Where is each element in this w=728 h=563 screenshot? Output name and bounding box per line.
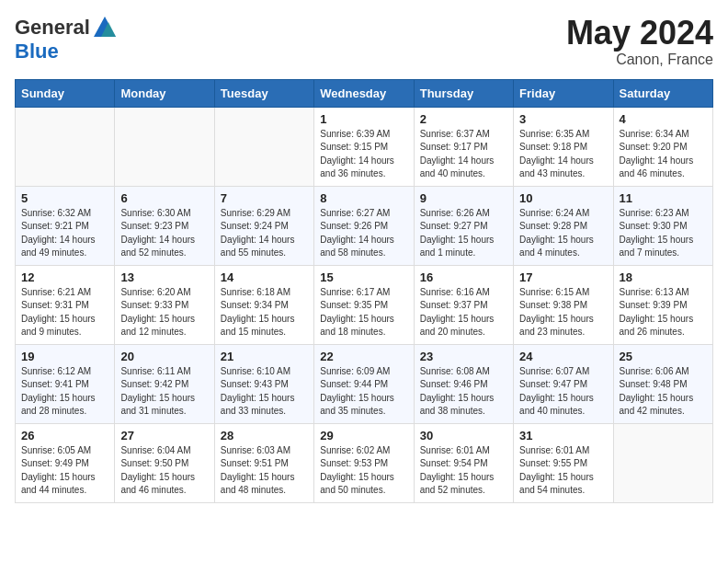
calendar-cell: 6Sunrise: 6:30 AM Sunset: 9:23 PM Daylig… xyxy=(115,186,214,265)
day-number: 1 xyxy=(320,112,407,126)
calendar-cell: 24Sunrise: 6:07 AM Sunset: 9:47 PM Dayli… xyxy=(514,344,613,423)
day-info: Sunrise: 6:37 AM Sunset: 9:17 PM Dayligh… xyxy=(420,128,507,181)
calendar-cell: 2Sunrise: 6:37 AM Sunset: 9:17 PM Daylig… xyxy=(414,107,513,186)
day-number: 9 xyxy=(420,191,507,205)
day-number: 24 xyxy=(519,350,607,363)
day-info: Sunrise: 6:20 AM Sunset: 9:33 PM Dayligh… xyxy=(120,286,208,339)
day-info: Sunrise: 6:17 AM Sunset: 9:35 PM Dayligh… xyxy=(320,286,407,339)
calendar-cell: 31Sunrise: 6:01 AM Sunset: 9:55 PM Dayli… xyxy=(514,423,613,502)
calendar-week-4: 19Sunrise: 6:12 AM Sunset: 9:41 PM Dayli… xyxy=(16,344,713,423)
calendar-cell: 20Sunrise: 6:11 AM Sunset: 9:42 PM Dayli… xyxy=(115,344,214,423)
day-number: 6 xyxy=(120,191,208,205)
day-info: Sunrise: 6:24 AM Sunset: 9:28 PM Dayligh… xyxy=(519,207,607,260)
title-area: May 2024 Canon, France xyxy=(566,15,713,68)
calendar-week-3: 12Sunrise: 6:21 AM Sunset: 9:31 PM Dayli… xyxy=(16,265,713,344)
day-info: Sunrise: 6:23 AM Sunset: 9:30 PM Dayligh… xyxy=(620,207,707,260)
calendar-cell xyxy=(214,107,313,186)
day-number: 31 xyxy=(519,429,607,442)
day-number: 7 xyxy=(221,191,308,205)
calendar-cell: 25Sunrise: 6:06 AM Sunset: 9:48 PM Dayli… xyxy=(613,344,712,423)
day-number: 12 xyxy=(21,270,108,284)
calendar-week-1: 1Sunrise: 6:39 AM Sunset: 9:15 PM Daylig… xyxy=(16,107,713,186)
day-number: 20 xyxy=(120,350,208,363)
day-number: 18 xyxy=(620,270,707,284)
day-number: 21 xyxy=(221,350,308,363)
calendar-cell: 7Sunrise: 6:29 AM Sunset: 9:24 PM Daylig… xyxy=(214,186,313,265)
day-info: Sunrise: 6:21 AM Sunset: 9:31 PM Dayligh… xyxy=(21,286,108,339)
day-info: Sunrise: 6:01 AM Sunset: 9:55 PM Dayligh… xyxy=(519,444,607,498)
day-number: 13 xyxy=(120,270,208,284)
day-number: 16 xyxy=(420,270,507,284)
calendar-cell: 15Sunrise: 6:17 AM Sunset: 9:35 PM Dayli… xyxy=(314,265,414,344)
day-number: 2 xyxy=(420,112,507,126)
calendar-cell: 1Sunrise: 6:39 AM Sunset: 9:15 PM Daylig… xyxy=(314,107,414,186)
day-info: Sunrise: 6:03 AM Sunset: 9:51 PM Dayligh… xyxy=(221,444,308,498)
day-info: Sunrise: 6:12 AM Sunset: 9:41 PM Dayligh… xyxy=(21,365,108,419)
weekday-header-wednesday: Wednesday xyxy=(314,79,414,107)
day-info: Sunrise: 6:05 AM Sunset: 9:49 PM Dayligh… xyxy=(21,444,108,498)
calendar-cell: 11Sunrise: 6:23 AM Sunset: 9:30 PM Dayli… xyxy=(613,186,712,265)
calendar-cell: 23Sunrise: 6:08 AM Sunset: 9:46 PM Dayli… xyxy=(414,344,513,423)
calendar-cell: 28Sunrise: 6:03 AM Sunset: 9:51 PM Dayli… xyxy=(214,423,313,502)
location-title: Canon, France xyxy=(566,52,713,68)
day-info: Sunrise: 6:09 AM Sunset: 9:44 PM Dayligh… xyxy=(320,365,407,419)
day-info: Sunrise: 6:04 AM Sunset: 9:50 PM Dayligh… xyxy=(120,444,208,498)
calendar-cell: 19Sunrise: 6:12 AM Sunset: 9:41 PM Dayli… xyxy=(16,344,115,423)
day-number: 28 xyxy=(221,429,308,442)
day-info: Sunrise: 6:15 AM Sunset: 9:38 PM Dayligh… xyxy=(519,286,607,339)
day-number: 19 xyxy=(21,350,108,363)
calendar-cell: 12Sunrise: 6:21 AM Sunset: 9:31 PM Dayli… xyxy=(16,265,115,344)
day-info: Sunrise: 6:02 AM Sunset: 9:53 PM Dayligh… xyxy=(320,444,407,498)
day-number: 26 xyxy=(21,429,108,442)
day-number: 11 xyxy=(620,191,707,205)
weekday-header-tuesday: Tuesday xyxy=(214,79,313,107)
calendar-cell: 3Sunrise: 6:35 AM Sunset: 9:18 PM Daylig… xyxy=(514,107,613,186)
day-number: 23 xyxy=(420,350,507,363)
day-info: Sunrise: 6:16 AM Sunset: 9:37 PM Dayligh… xyxy=(420,286,507,339)
day-info: Sunrise: 6:35 AM Sunset: 9:18 PM Dayligh… xyxy=(519,128,607,181)
day-info: Sunrise: 6:10 AM Sunset: 9:43 PM Dayligh… xyxy=(221,365,308,419)
day-info: Sunrise: 6:08 AM Sunset: 9:46 PM Dayligh… xyxy=(420,365,507,419)
weekday-header-friday: Friday xyxy=(514,79,613,107)
calendar-week-2: 5Sunrise: 6:32 AM Sunset: 9:21 PM Daylig… xyxy=(16,186,713,265)
day-info: Sunrise: 6:06 AM Sunset: 9:48 PM Dayligh… xyxy=(620,365,707,419)
day-info: Sunrise: 6:11 AM Sunset: 9:42 PM Dayligh… xyxy=(120,365,208,419)
day-number: 17 xyxy=(519,270,607,284)
calendar-cell: 13Sunrise: 6:20 AM Sunset: 9:33 PM Dayli… xyxy=(115,265,214,344)
calendar-cell: 29Sunrise: 6:02 AM Sunset: 9:53 PM Dayli… xyxy=(314,423,414,502)
calendar-cell: 21Sunrise: 6:10 AM Sunset: 9:43 PM Dayli… xyxy=(214,344,313,423)
day-number: 30 xyxy=(420,429,507,442)
calendar-cell: 17Sunrise: 6:15 AM Sunset: 9:38 PM Dayli… xyxy=(514,265,613,344)
day-info: Sunrise: 6:27 AM Sunset: 9:26 PM Dayligh… xyxy=(320,207,407,260)
weekday-header-saturday: Saturday xyxy=(613,79,712,107)
day-info: Sunrise: 6:39 AM Sunset: 9:15 PM Dayligh… xyxy=(320,128,407,181)
day-info: Sunrise: 6:07 AM Sunset: 9:47 PM Dayligh… xyxy=(519,365,607,419)
calendar-header-row: SundayMondayTuesdayWednesdayThursdayFrid… xyxy=(16,79,713,107)
calendar-table: SundayMondayTuesdayWednesdayThursdayFrid… xyxy=(15,79,713,503)
calendar-cell xyxy=(115,107,214,186)
calendar-cell: 5Sunrise: 6:32 AM Sunset: 9:21 PM Daylig… xyxy=(16,186,115,265)
day-number: 15 xyxy=(320,270,407,284)
day-number: 22 xyxy=(320,350,407,363)
day-number: 8 xyxy=(320,191,407,205)
day-number: 27 xyxy=(120,429,208,442)
calendar-cell: 8Sunrise: 6:27 AM Sunset: 9:26 PM Daylig… xyxy=(314,186,414,265)
month-title: May 2024 xyxy=(566,15,713,52)
calendar-cell: 30Sunrise: 6:01 AM Sunset: 9:54 PM Dayli… xyxy=(414,423,513,502)
calendar-cell: 10Sunrise: 6:24 AM Sunset: 9:28 PM Dayli… xyxy=(514,186,613,265)
logo-blue-text: Blue xyxy=(15,40,59,63)
day-number: 4 xyxy=(620,112,707,126)
day-number: 10 xyxy=(519,191,607,205)
day-info: Sunrise: 6:34 AM Sunset: 9:20 PM Dayligh… xyxy=(620,128,707,181)
calendar-cell: 16Sunrise: 6:16 AM Sunset: 9:37 PM Dayli… xyxy=(414,265,513,344)
calendar-cell: 26Sunrise: 6:05 AM Sunset: 9:49 PM Dayli… xyxy=(16,423,115,502)
calendar-cell: 27Sunrise: 6:04 AM Sunset: 9:50 PM Dayli… xyxy=(115,423,214,502)
day-number: 25 xyxy=(620,350,707,363)
calendar-cell xyxy=(16,107,115,186)
day-info: Sunrise: 6:13 AM Sunset: 9:39 PM Dayligh… xyxy=(620,286,707,339)
day-number: 5 xyxy=(21,191,108,205)
weekday-header-sunday: Sunday xyxy=(16,79,115,107)
day-info: Sunrise: 6:18 AM Sunset: 9:34 PM Dayligh… xyxy=(221,286,308,339)
logo-icon xyxy=(92,15,118,40)
day-number: 3 xyxy=(519,112,607,126)
